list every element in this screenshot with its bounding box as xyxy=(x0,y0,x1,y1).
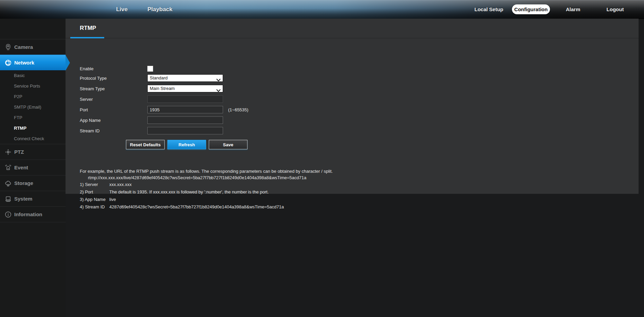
port-input[interactable] xyxy=(147,106,223,113)
reset-defaults-button[interactable]: Reset Defaults xyxy=(126,140,165,149)
sidebar-subitem-p2p[interactable]: P2P xyxy=(0,91,66,102)
event-icon xyxy=(5,164,12,171)
tab-logout[interactable]: Logout xyxy=(594,4,636,15)
form-row-stream-type: Stream Type Main Stream xyxy=(66,85,141,92)
sidebar-subitem-ftp[interactable]: FTP xyxy=(0,112,66,123)
chevron-down-icon xyxy=(216,87,221,94)
stream-type-value: Main Stream xyxy=(150,86,175,91)
form-row-protocol-type: Protocol Type Standard xyxy=(66,74,141,82)
sidebar-item-label: System xyxy=(14,196,32,202)
protocol-type-select[interactable]: Standard xyxy=(147,74,223,82)
sidebar-subitem-rtmp[interactable]: RTMP xyxy=(0,123,66,133)
port-label: Port xyxy=(80,107,141,112)
sidebar-subitem-service-ports[interactable]: Service Ports xyxy=(0,81,66,91)
tab-playback[interactable]: Playback xyxy=(141,4,179,15)
param-label: 1) Server xyxy=(80,182,98,187)
help-intro: For example, the URL of the RTMP push st… xyxy=(80,169,333,174)
param-label: 2) Port xyxy=(80,189,93,194)
network-submenu: Basic Service Ports P2P SMTP (Email) FTP… xyxy=(0,70,66,144)
system-icon xyxy=(5,195,12,202)
sidebar-item-ptz[interactable]: PTZ xyxy=(0,144,66,160)
protocol-type-value: Standard xyxy=(150,75,168,80)
content-tabbar: RTMP xyxy=(66,19,639,38)
sidebar-subitem-basic[interactable]: Basic xyxy=(0,70,66,81)
ptz-icon xyxy=(5,149,12,155)
sidebar-subitem-smtp[interactable]: SMTP (Email) xyxy=(0,102,66,112)
sidebar-item-label: Network xyxy=(14,60,34,66)
param-value: 4287d69ef405428c?wsSecret=5ba27f7bb727f1… xyxy=(109,204,284,209)
stream-type-label: Stream Type xyxy=(80,86,141,91)
sidebar-subitem-connect-check[interactable]: Connect Check xyxy=(0,133,66,144)
active-tab-underline xyxy=(70,37,104,38)
sidebar-item-event[interactable]: Event xyxy=(0,160,66,175)
help-example-url: rtmp://xxx.xxx.xxx/live/4287d69ef405428c… xyxy=(88,175,306,180)
sidebar-item-storage[interactable]: Storage xyxy=(0,175,66,191)
param-label: 3) App Name xyxy=(80,197,106,202)
protocol-type-label: Protocol Type xyxy=(80,76,141,81)
tab-configuration[interactable]: Configuration xyxy=(512,4,550,14)
sidebar: Camera Network Basic Service Ports P2P S… xyxy=(0,19,66,317)
sidebar-item-label: Storage xyxy=(14,180,33,186)
stream-id-input[interactable] xyxy=(147,127,223,134)
tab-rtmp[interactable]: RTMP xyxy=(80,25,96,32)
port-range-hint: (1~65535) xyxy=(228,107,249,112)
sidebar-item-information[interactable]: Information xyxy=(0,206,66,222)
top-header: Live Playback Local Setup Configuration … xyxy=(0,0,644,19)
enable-label: Enable xyxy=(80,66,141,71)
sidebar-item-camera[interactable]: Camera xyxy=(0,39,66,55)
server-label: Server xyxy=(80,97,141,102)
chevron-down-icon xyxy=(216,77,221,83)
header-left-nav: Live Playback xyxy=(103,4,179,15)
rtmp-settings-panel: RTMP Enable Protocol Type Standard Strea… xyxy=(66,19,639,194)
sidebar-item-label: Event xyxy=(14,165,28,170)
save-button[interactable]: Save xyxy=(209,140,247,149)
sidebar-divider xyxy=(0,222,66,222)
tab-alarm[interactable]: Alarm xyxy=(552,4,594,15)
stream-id-label: Stream ID xyxy=(80,128,141,133)
app-name-input[interactable] xyxy=(147,116,223,124)
app-name-label: App Name xyxy=(80,118,141,123)
tab-live[interactable]: Live xyxy=(103,4,141,15)
param-value: The default is 1935. If xxx.xxx.xxx is f… xyxy=(109,189,269,194)
header-right-nav: Local Setup Configuration Alarm Logout xyxy=(468,4,636,15)
sidebar-item-system[interactable]: System xyxy=(0,191,66,206)
sidebar-item-label: PTZ xyxy=(14,149,24,155)
information-icon xyxy=(5,211,12,218)
storage-icon xyxy=(5,180,12,187)
param-value: live xyxy=(109,197,116,202)
param-value: xxx.xxx.xxx xyxy=(109,182,132,187)
server-input[interactable] xyxy=(147,95,223,103)
tab-local-setup[interactable]: Local Setup xyxy=(468,4,510,15)
network-icon xyxy=(5,59,12,66)
stream-type-select[interactable]: Main Stream xyxy=(147,85,223,92)
refresh-button[interactable]: Refresh xyxy=(167,140,206,149)
camera-icon xyxy=(5,44,12,51)
enable-checkbox[interactable] xyxy=(147,66,153,72)
sidebar-item-label: Information xyxy=(14,211,42,217)
param-label: 4) Stream ID xyxy=(80,204,105,209)
sidebar-item-network[interactable]: Network xyxy=(0,55,66,70)
sidebar-item-label: Camera xyxy=(14,44,33,50)
